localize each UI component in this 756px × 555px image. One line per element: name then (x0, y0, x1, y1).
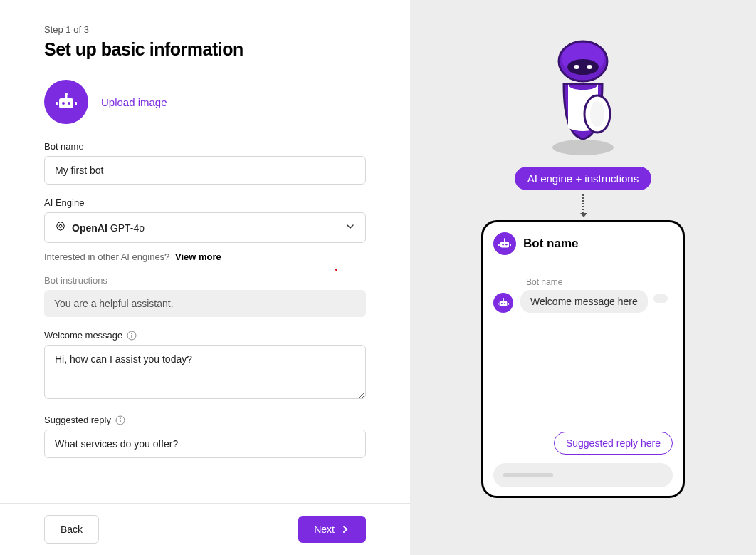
typing-indicator-icon (653, 294, 668, 303)
svg-point-34 (503, 298, 504, 299)
svg-point-31 (501, 303, 503, 304)
chevron-right-icon (340, 524, 350, 534)
svg-rect-22 (498, 244, 500, 246)
instructions-readonly: You are a helpful assistant. (44, 290, 366, 317)
view-more-link[interactable]: View more (175, 251, 221, 262)
robot-icon (56, 93, 77, 111)
preview-msg-avatar (493, 293, 513, 313)
openai-icon (55, 221, 66, 234)
svg-point-7 (59, 224, 62, 227)
instructions-label: Bot instructions (44, 275, 366, 286)
engine-hint-text: Interested in other AI engines? (44, 251, 169, 262)
robot-icon (498, 298, 509, 308)
svg-point-16 (567, 59, 599, 75)
preview-header-title: Bot name (523, 237, 578, 251)
svg-point-4 (68, 102, 70, 105)
svg-rect-2 (75, 102, 77, 105)
svg-point-18 (587, 65, 592, 69)
svg-point-24 (502, 244, 503, 245)
svg-point-17 (574, 65, 579, 69)
preview-bot-name: Bot name (526, 277, 673, 287)
ai-engine-label: AI Engine (44, 197, 366, 208)
svg-point-25 (505, 244, 507, 245)
preview-welcome-bubble: Welcome message here (520, 290, 648, 313)
svg-point-6 (65, 93, 68, 95)
bot-avatar-upload[interactable] (44, 80, 88, 124)
preview-input-bar (493, 463, 673, 487)
upload-image-link[interactable]: Upload image (101, 96, 167, 108)
preview-card: Bot name Bot name Welcome message here S… (481, 220, 685, 498)
page-title: Set up basic information (44, 39, 366, 60)
svg-rect-28 (500, 301, 508, 306)
svg-rect-30 (508, 303, 509, 305)
chevron-down-icon (345, 222, 355, 234)
svg-rect-23 (510, 244, 511, 246)
svg-rect-29 (498, 303, 499, 305)
svg-rect-10 (132, 335, 132, 338)
svg-point-9 (131, 333, 132, 334)
next-button[interactable]: Next (298, 516, 366, 543)
ai-engine-select[interactable]: OpenAI GPT-4o (44, 212, 366, 243)
svg-rect-1 (56, 102, 58, 105)
info-icon (127, 331, 137, 341)
back-button[interactable]: Back (44, 515, 99, 544)
preview-avatar (493, 232, 516, 255)
suggested-label: Suggested reply (44, 415, 366, 425)
welcome-textarea[interactable]: Hi, how can I assist you today? (44, 345, 366, 399)
svg-rect-21 (500, 242, 509, 247)
robot-icon (498, 238, 511, 249)
svg-point-20 (590, 101, 604, 127)
pill-label: AI engine + instructions (515, 167, 651, 190)
svg-rect-0 (59, 98, 73, 108)
preview-suggested-chip: Suggested reply here (554, 432, 673, 455)
next-button-label: Next (314, 524, 335, 535)
engine-brand: OpenAI (72, 222, 107, 234)
welcome-label: Welcome message (44, 330, 366, 341)
bot-name-input[interactable] (44, 156, 366, 185)
arrow-icon (582, 194, 584, 216)
engine-model: GPT-4o (110, 222, 145, 234)
svg-point-32 (504, 303, 505, 304)
robot-illustration (544, 36, 622, 150)
bot-name-label: Bot name (44, 141, 366, 152)
svg-rect-13 (120, 420, 120, 422)
svg-point-27 (504, 238, 505, 239)
suggested-reply-input[interactable] (44, 430, 366, 458)
step-indicator: Step 1 of 3 (44, 24, 366, 35)
svg-point-12 (120, 417, 121, 419)
svg-point-3 (62, 102, 65, 105)
info-icon (115, 415, 125, 425)
